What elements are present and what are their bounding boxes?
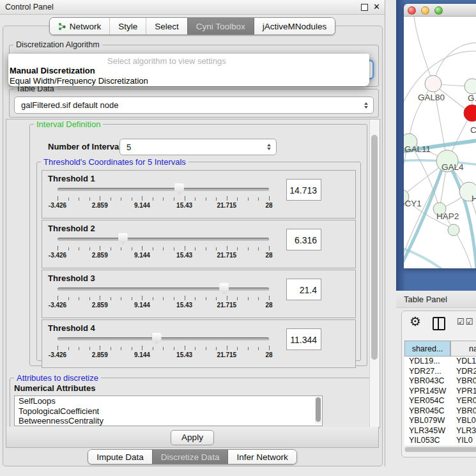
cell[interactable]: YIL0 bbox=[450, 436, 476, 445]
list-scrollbar[interactable] bbox=[315, 397, 321, 424]
threshold-value-field[interactable]: 11.344 bbox=[286, 328, 321, 350]
table-row[interactable]: YBL079WYBL0 bbox=[404, 416, 476, 426]
cell[interactable]: YBR045C bbox=[404, 406, 450, 417]
chevron-up-icon bbox=[364, 102, 368, 105]
settings-vertical-scrollbar[interactable] bbox=[369, 119, 380, 427]
node-label-partial-c: C bbox=[470, 125, 476, 135]
threshold-slider[interactable]: -3.426 2.859 9.144 15.43 21.715 28 bbox=[58, 284, 269, 315]
tab-discretize-data[interactable]: Discretize Data bbox=[152, 450, 228, 464]
control-panel-window: Control Panel ✕ Network Style Select Cyn… bbox=[0, 0, 385, 466]
cell[interactable]: YER054C bbox=[404, 396, 450, 406]
threshold-label: Threshold 3 bbox=[48, 273, 95, 283]
threshold-value-field[interactable]: 6.316 bbox=[286, 229, 321, 250]
cell[interactable]: YIL053C bbox=[404, 436, 450, 445]
numerical-attributes-list[interactable]: SelfLoops TopologicalCoefficient Between… bbox=[14, 395, 323, 426]
close-icon[interactable]: ✕ bbox=[373, 2, 380, 12]
cell[interactable]: YLR3 bbox=[450, 426, 476, 436]
cell[interactable]: YBR043C bbox=[404, 376, 450, 387]
slider-track[interactable] bbox=[58, 288, 269, 291]
cell[interactable]: YBL0 bbox=[450, 416, 476, 426]
slider-thumb[interactable] bbox=[219, 283, 229, 295]
tick-label: 28 bbox=[265, 252, 272, 259]
table-card: ⚙ ☑☑ shared... na YDL19...YDL1 YDR27...Y… bbox=[401, 311, 476, 457]
list-item[interactable]: TopologicalCoefficient bbox=[19, 406, 322, 417]
tick-label: 28 bbox=[265, 202, 272, 209]
scrollbar-thumb[interactable] bbox=[371, 135, 378, 360]
cell[interactable]: YDL1 bbox=[450, 357, 476, 367]
slider-track[interactable] bbox=[58, 337, 269, 341]
table-row[interactable]: YDR27...YDR2 bbox=[404, 367, 476, 377]
minimize-traffic-light-icon[interactable] bbox=[421, 6, 429, 15]
interval-definition-group: Interval Definition Number of Intervals … bbox=[29, 124, 367, 366]
tab-label: Cyni Toolbox bbox=[196, 22, 245, 31]
table-row[interactable]: YER054CYER0 bbox=[404, 396, 476, 406]
list-item[interactable]: BetweennessCentrality bbox=[19, 416, 322, 426]
float-window-icon[interactable] bbox=[361, 4, 368, 11]
table-row[interactable]: YBR045CYBR0 bbox=[404, 406, 476, 417]
list-item[interactable]: SelfLoops bbox=[19, 396, 322, 406]
threshold-slider[interactable]: -3.426 2.859 9.144 15.43 21.715 28 bbox=[58, 185, 269, 215]
gear-icon[interactable]: ⚙ bbox=[410, 314, 421, 329]
slider-thumb[interactable] bbox=[152, 333, 162, 344]
slider-thumb[interactable] bbox=[174, 183, 184, 195]
cell[interactable]: YPR145W bbox=[404, 387, 450, 397]
column-header-shared-name[interactable]: shared... bbox=[404, 341, 450, 357]
cell[interactable]: YBL079W bbox=[404, 416, 450, 426]
apply-button[interactable]: Apply bbox=[171, 430, 214, 445]
network-icon bbox=[58, 22, 66, 31]
threshold-value-field[interactable]: 14.713 bbox=[286, 179, 321, 201]
table-row[interactable]: YBR043CYBR0 bbox=[404, 376, 476, 387]
control-panel-titlebar[interactable]: Control Panel ✕ bbox=[0, 0, 385, 15]
tick-label: 15.43 bbox=[176, 252, 192, 259]
cell[interactable]: YPR1 bbox=[450, 387, 476, 397]
network-canvas[interactable]: GAL80 G. C GAL11 GAL4 GCY1 H HAP2 bbox=[404, 17, 476, 268]
table-row[interactable]: YLR345WYLR3 bbox=[404, 426, 476, 436]
scrollbar-thumb[interactable] bbox=[405, 447, 476, 452]
cell[interactable]: YDL19... bbox=[404, 357, 450, 367]
slider-track[interactable] bbox=[58, 238, 269, 241]
tab-style[interactable]: Style bbox=[109, 18, 146, 35]
cell[interactable]: YDR27... bbox=[404, 367, 450, 377]
tab-impute-data[interactable]: Impute Data bbox=[88, 450, 152, 464]
dropdown-item-equal-width[interactable]: Equal Width/Frequency Discretization bbox=[10, 76, 148, 86]
bottom-tabstrip: Impute Data Discretize Data Infer Networ… bbox=[0, 449, 385, 464]
cell[interactable]: YER0 bbox=[450, 396, 476, 406]
cell[interactable]: YBR0 bbox=[450, 406, 476, 417]
threshold-slider[interactable]: -3.426 2.859 9.144 15.43 21.715 28 bbox=[58, 234, 269, 265]
tick-label: 2.859 bbox=[92, 252, 108, 259]
threshold-slider[interactable]: -3.426 2.859 9.144 15.43 21.715 28 bbox=[58, 334, 269, 365]
numerical-attributes-label: Numerical Attributes bbox=[14, 383, 95, 393]
table-row[interactable]: YIL053CYIL0 bbox=[404, 436, 476, 445]
cell[interactable]: YDR2 bbox=[450, 367, 476, 377]
close-traffic-light-icon[interactable] bbox=[408, 6, 416, 15]
tab-cyni-toolbox[interactable]: Cyni Toolbox bbox=[187, 18, 254, 35]
table-row[interactable]: YDL19...YDL1 bbox=[404, 357, 476, 367]
scrollbar-thumb[interactable] bbox=[316, 397, 321, 422]
tab-infer-network[interactable]: Infer Network bbox=[227, 450, 296, 464]
zoom-traffic-light-icon[interactable] bbox=[434, 6, 443, 15]
slider-track[interactable] bbox=[58, 188, 269, 191]
slider-thumb[interactable] bbox=[118, 233, 128, 245]
tick-label: 9.144 bbox=[134, 302, 150, 309]
node-selected-red bbox=[464, 105, 476, 121]
cell[interactable]: YBR0 bbox=[450, 376, 476, 387]
tab-network[interactable]: Network bbox=[50, 18, 110, 35]
table-panel-header[interactable]: Table Panel bbox=[396, 291, 476, 308]
select-columns-checkbox-icons[interactable]: ☑☑ bbox=[457, 317, 474, 326]
dropdown-item-manual-discretization[interactable]: Manual Discretization bbox=[10, 66, 95, 75]
table-data-combobox[interactable]: galFiltered.sif default node bbox=[14, 96, 374, 114]
column-header-name[interactable]: na bbox=[450, 341, 476, 357]
table-horizontal-scrollbar[interactable] bbox=[404, 447, 476, 452]
tick-label: 9.144 bbox=[134, 252, 150, 259]
table-row[interactable]: YPR145WYPR1 bbox=[404, 387, 476, 397]
split-view-icon[interactable] bbox=[433, 317, 445, 330]
network-graph: GAL80 G. C GAL11 GAL4 GCY1 H HAP2 bbox=[404, 17, 476, 268]
tab-select[interactable]: Select bbox=[146, 18, 187, 35]
tab-jactivemnodules[interactable]: jActiveMNodules bbox=[254, 18, 335, 35]
threshold-value-field[interactable]: 21.4 bbox=[286, 279, 321, 300]
tick-label: 21.715 bbox=[217, 202, 237, 209]
number-of-intervals-combobox[interactable]: 5 bbox=[119, 139, 277, 155]
cell[interactable]: YLR345W bbox=[404, 426, 450, 436]
node-label-gal4: GAL4 bbox=[441, 162, 464, 172]
network-window-titlebar[interactable] bbox=[404, 4, 476, 17]
